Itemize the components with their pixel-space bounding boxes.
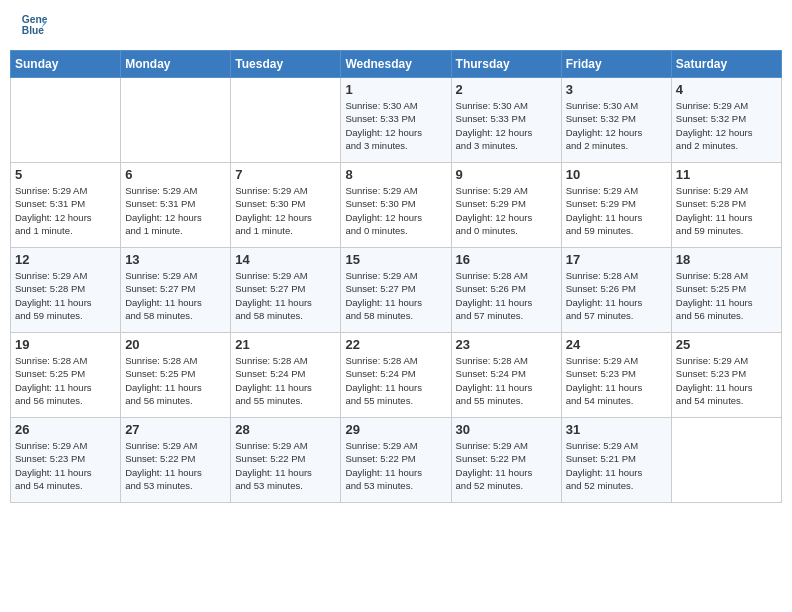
calendar-subtitle [0,42,792,50]
day-info: Sunrise: 5:28 AM Sunset: 5:26 PM Dayligh… [566,269,667,322]
day-info: Sunrise: 5:29 AM Sunset: 5:22 PM Dayligh… [456,439,557,492]
day-number: 1 [345,82,446,97]
day-number: 4 [676,82,777,97]
calendar-table: SundayMondayTuesdayWednesdayThursdayFrid… [10,50,782,503]
day-number: 3 [566,82,667,97]
day-info: Sunrise: 5:29 AM Sunset: 5:29 PM Dayligh… [456,184,557,237]
day-number: 26 [15,422,116,437]
calendar-cell: 18Sunrise: 5:28 AM Sunset: 5:25 PM Dayli… [671,248,781,333]
day-number: 5 [15,167,116,182]
day-info: Sunrise: 5:29 AM Sunset: 5:32 PM Dayligh… [676,99,777,152]
day-number: 29 [345,422,446,437]
day-info: Sunrise: 5:28 AM Sunset: 5:25 PM Dayligh… [125,354,226,407]
calendar-cell [11,78,121,163]
calendar-cell: 26Sunrise: 5:29 AM Sunset: 5:23 PM Dayli… [11,418,121,503]
day-info: Sunrise: 5:29 AM Sunset: 5:23 PM Dayligh… [676,354,777,407]
calendar-container: SundayMondayTuesdayWednesdayThursdayFrid… [0,50,792,513]
calendar-cell: 7Sunrise: 5:29 AM Sunset: 5:30 PM Daylig… [231,163,341,248]
day-number: 18 [676,252,777,267]
weekday-header-wednesday: Wednesday [341,51,451,78]
calendar-cell: 23Sunrise: 5:28 AM Sunset: 5:24 PM Dayli… [451,333,561,418]
day-info: Sunrise: 5:29 AM Sunset: 5:22 PM Dayligh… [125,439,226,492]
day-number: 12 [15,252,116,267]
calendar-cell: 27Sunrise: 5:29 AM Sunset: 5:22 PM Dayli… [121,418,231,503]
calendar-cell: 31Sunrise: 5:29 AM Sunset: 5:21 PM Dayli… [561,418,671,503]
day-info: Sunrise: 5:29 AM Sunset: 5:29 PM Dayligh… [566,184,667,237]
weekday-header-tuesday: Tuesday [231,51,341,78]
day-info: Sunrise: 5:29 AM Sunset: 5:22 PM Dayligh… [235,439,336,492]
day-info: Sunrise: 5:29 AM Sunset: 5:28 PM Dayligh… [676,184,777,237]
calendar-cell: 19Sunrise: 5:28 AM Sunset: 5:25 PM Dayli… [11,333,121,418]
day-number: 2 [456,82,557,97]
calendar-header-row: SundayMondayTuesdayWednesdayThursdayFrid… [11,51,782,78]
calendar-week-row: 12Sunrise: 5:29 AM Sunset: 5:28 PM Dayli… [11,248,782,333]
day-info: Sunrise: 5:29 AM Sunset: 5:22 PM Dayligh… [345,439,446,492]
day-info: Sunrise: 5:28 AM Sunset: 5:24 PM Dayligh… [235,354,336,407]
calendar-cell: 12Sunrise: 5:29 AM Sunset: 5:28 PM Dayli… [11,248,121,333]
day-info: Sunrise: 5:30 AM Sunset: 5:33 PM Dayligh… [345,99,446,152]
calendar-cell: 24Sunrise: 5:29 AM Sunset: 5:23 PM Dayli… [561,333,671,418]
calendar-cell: 28Sunrise: 5:29 AM Sunset: 5:22 PM Dayli… [231,418,341,503]
day-info: Sunrise: 5:29 AM Sunset: 5:31 PM Dayligh… [15,184,116,237]
day-info: Sunrise: 5:29 AM Sunset: 5:23 PM Dayligh… [15,439,116,492]
day-info: Sunrise: 5:29 AM Sunset: 5:27 PM Dayligh… [125,269,226,322]
calendar-cell: 9Sunrise: 5:29 AM Sunset: 5:29 PM Daylig… [451,163,561,248]
calendar-cell [671,418,781,503]
day-number: 30 [456,422,557,437]
day-info: Sunrise: 5:29 AM Sunset: 5:28 PM Dayligh… [15,269,116,322]
day-info: Sunrise: 5:28 AM Sunset: 5:24 PM Dayligh… [345,354,446,407]
day-number: 20 [125,337,226,352]
weekday-header-monday: Monday [121,51,231,78]
calendar-cell: 1Sunrise: 5:30 AM Sunset: 5:33 PM Daylig… [341,78,451,163]
day-number: 11 [676,167,777,182]
day-info: Sunrise: 5:29 AM Sunset: 5:27 PM Dayligh… [235,269,336,322]
calendar-cell: 8Sunrise: 5:29 AM Sunset: 5:30 PM Daylig… [341,163,451,248]
calendar-cell: 15Sunrise: 5:29 AM Sunset: 5:27 PM Dayli… [341,248,451,333]
calendar-week-row: 5Sunrise: 5:29 AM Sunset: 5:31 PM Daylig… [11,163,782,248]
calendar-cell: 22Sunrise: 5:28 AM Sunset: 5:24 PM Dayli… [341,333,451,418]
day-number: 10 [566,167,667,182]
day-number: 17 [566,252,667,267]
day-info: Sunrise: 5:30 AM Sunset: 5:32 PM Dayligh… [566,99,667,152]
day-number: 28 [235,422,336,437]
svg-text:Blue: Blue [22,25,45,36]
day-number: 14 [235,252,336,267]
weekday-header-saturday: Saturday [671,51,781,78]
calendar-cell [121,78,231,163]
day-number: 9 [456,167,557,182]
calendar-cell: 6Sunrise: 5:29 AM Sunset: 5:31 PM Daylig… [121,163,231,248]
day-info: Sunrise: 5:28 AM Sunset: 5:25 PM Dayligh… [676,269,777,322]
day-number: 13 [125,252,226,267]
calendar-cell: 21Sunrise: 5:28 AM Sunset: 5:24 PM Dayli… [231,333,341,418]
calendar-cell: 17Sunrise: 5:28 AM Sunset: 5:26 PM Dayli… [561,248,671,333]
calendar-cell: 11Sunrise: 5:29 AM Sunset: 5:28 PM Dayli… [671,163,781,248]
day-info: Sunrise: 5:29 AM Sunset: 5:30 PM Dayligh… [235,184,336,237]
day-info: Sunrise: 5:28 AM Sunset: 5:25 PM Dayligh… [15,354,116,407]
day-number: 27 [125,422,226,437]
calendar-cell: 4Sunrise: 5:29 AM Sunset: 5:32 PM Daylig… [671,78,781,163]
day-info: Sunrise: 5:30 AM Sunset: 5:33 PM Dayligh… [456,99,557,152]
day-number: 24 [566,337,667,352]
calendar-cell: 30Sunrise: 5:29 AM Sunset: 5:22 PM Dayli… [451,418,561,503]
day-number: 22 [345,337,446,352]
logo: General Blue [20,10,50,38]
calendar-week-row: 1Sunrise: 5:30 AM Sunset: 5:33 PM Daylig… [11,78,782,163]
calendar-week-row: 19Sunrise: 5:28 AM Sunset: 5:25 PM Dayli… [11,333,782,418]
day-info: Sunrise: 5:29 AM Sunset: 5:23 PM Dayligh… [566,354,667,407]
day-number: 16 [456,252,557,267]
day-info: Sunrise: 5:29 AM Sunset: 5:31 PM Dayligh… [125,184,226,237]
day-info: Sunrise: 5:28 AM Sunset: 5:26 PM Dayligh… [456,269,557,322]
calendar-cell: 25Sunrise: 5:29 AM Sunset: 5:23 PM Dayli… [671,333,781,418]
day-number: 21 [235,337,336,352]
weekday-header-sunday: Sunday [11,51,121,78]
calendar-cell: 29Sunrise: 5:29 AM Sunset: 5:22 PM Dayli… [341,418,451,503]
day-info: Sunrise: 5:29 AM Sunset: 5:27 PM Dayligh… [345,269,446,322]
calendar-cell: 16Sunrise: 5:28 AM Sunset: 5:26 PM Dayli… [451,248,561,333]
day-info: Sunrise: 5:29 AM Sunset: 5:21 PM Dayligh… [566,439,667,492]
day-number: 25 [676,337,777,352]
day-number: 31 [566,422,667,437]
calendar-cell: 10Sunrise: 5:29 AM Sunset: 5:29 PM Dayli… [561,163,671,248]
calendar-cell: 2Sunrise: 5:30 AM Sunset: 5:33 PM Daylig… [451,78,561,163]
weekday-header-thursday: Thursday [451,51,561,78]
logo-icon: General Blue [20,10,48,38]
